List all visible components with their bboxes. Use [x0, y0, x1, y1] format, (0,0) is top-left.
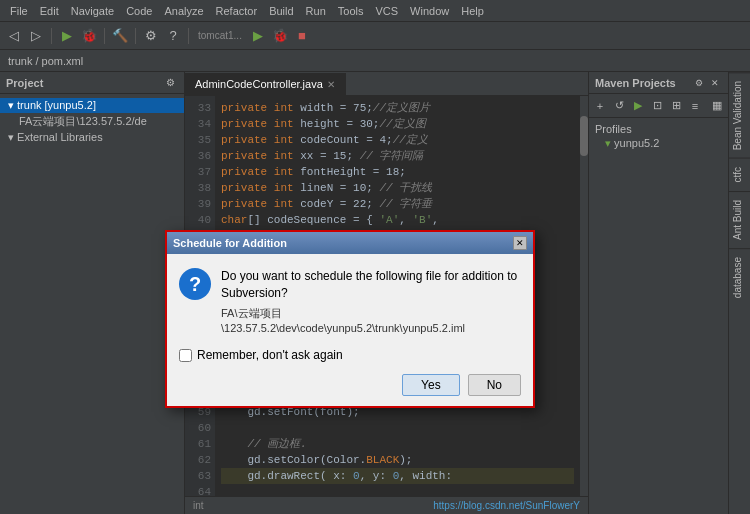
- dialog-title: Schedule for Addition: [173, 237, 287, 249]
- dialog-question-icon: ?: [179, 268, 211, 300]
- dont-ask-again-checkbox[interactable]: [179, 349, 192, 362]
- schedule-dialog: Schedule for Addition ✕ ? Do you want to…: [165, 230, 535, 408]
- dialog-checkbox-row: Remember, don't ask again: [179, 348, 521, 362]
- dialog-close-btn[interactable]: ✕: [513, 236, 527, 250]
- dialog-no-btn[interactable]: No: [468, 374, 521, 396]
- dialog-message-line2: FA\云端项目\123.57.5.2\dev\code\yunpu5.2\tru…: [221, 306, 521, 337]
- dialog-top: ? Do you want to schedule the following …: [179, 268, 521, 336]
- dont-ask-again-label: Remember, don't ask again: [197, 348, 343, 362]
- dialog-message-line1: Do you want to schedule the following fi…: [221, 268, 521, 302]
- dialog-titlebar-buttons: ✕: [513, 236, 527, 250]
- dialog-body: ? Do you want to schedule the following …: [167, 254, 533, 406]
- dialog-buttons: Yes No: [179, 374, 521, 396]
- dialog-titlebar: Schedule for Addition ✕: [167, 232, 533, 254]
- dialog-overlay: Schedule for Addition ✕ ? Do you want to…: [0, 0, 750, 514]
- dialog-yes-btn[interactable]: Yes: [402, 374, 460, 396]
- dialog-message: Do you want to schedule the following fi…: [221, 268, 521, 336]
